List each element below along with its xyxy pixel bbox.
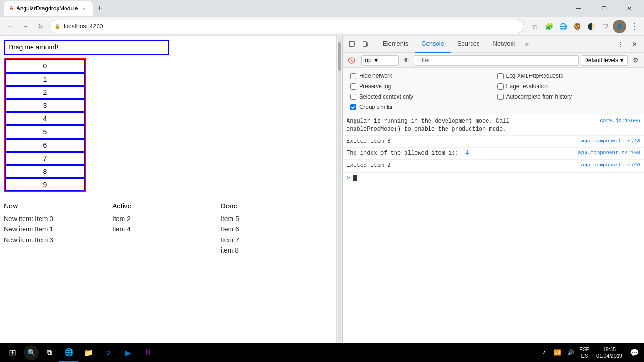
default-levels-button[interactable]: Default levels ▼ [581, 55, 628, 66]
scrollbar[interactable] [337, 36, 342, 343]
tab-elements[interactable]: Elements [376, 36, 415, 53]
devtools-close-button[interactable]: ✕ [628, 38, 641, 51]
autocomplete-checkbox[interactable] [497, 94, 504, 100]
column-item: Item 5 [221, 214, 329, 224]
console-settings-panel: Hide network Log XMLHttpRequests Preserv… [343, 68, 644, 115]
nav-icons: ☆ 🧩 🌐 🦁 🌓 🛡 👤 ⋮ [528, 20, 640, 33]
log-xmlhttp-label: Log XMLHttpRequests [506, 73, 563, 79]
eye-icon-button[interactable]: 👁 [401, 55, 412, 66]
tab-network[interactable]: Network [487, 36, 522, 53]
taskbar-vscode[interactable]: ▶ [119, 343, 138, 362]
column-item: item 8 [221, 245, 329, 255]
scrollbar-track[interactable] [338, 38, 341, 341]
console-separator [359, 57, 359, 64]
active-tab[interactable]: A AngularDragdropModule ✕ [4, 1, 93, 16]
address-bar[interactable]: 🔒 localhost:4200 [49, 20, 524, 33]
tab-console[interactable]: Console [415, 36, 451, 53]
browser-icon2[interactable]: 🦁 [570, 20, 584, 33]
devtools-more-button[interactable]: ⋮ [614, 38, 627, 51]
maximize-button[interactable]: ❐ [593, 0, 615, 17]
tab-close-button[interactable]: ✕ [81, 5, 87, 12]
selected-context-checkbox[interactable] [350, 94, 356, 100]
tab-sources[interactable]: Sources [451, 36, 487, 53]
tray-network-icon[interactable]: 📶 [552, 347, 563, 358]
column-item: New item: Item 0 [4, 214, 112, 224]
taskbar-language[interactable]: ESP ES [578, 346, 592, 360]
tab-favicon: A [9, 5, 14, 12]
taskbar-file-manager[interactable]: 📁 [79, 343, 98, 362]
list-item[interactable]: 1 [5, 73, 85, 86]
devtools-device-button[interactable] [359, 38, 372, 51]
list-item[interactable]: 8 [5, 165, 85, 178]
preserve-log-checkbox[interactable] [350, 83, 356, 90]
taskbar-edge[interactable]: e [99, 343, 118, 362]
source-link[interactable]: core.js:13606 [600, 117, 640, 133]
star-icon[interactable]: ☆ [528, 20, 541, 33]
hide-network-checkbox[interactable] [350, 73, 356, 79]
more-options-button[interactable]: ⋮ [627, 20, 640, 33]
scrollbar-thumb[interactable] [338, 42, 341, 71]
group-similar-label: Group similar [359, 104, 393, 110]
source-link[interactable]: app.component.ts:108 [578, 149, 640, 157]
tray-volume-icon[interactable]: 🔊 [565, 347, 577, 358]
browser-icon1[interactable]: 🌐 [556, 20, 570, 33]
gear-icon-button[interactable]: ⚙ [630, 55, 641, 66]
list-item[interactable]: 2 [5, 86, 85, 99]
more-tabs-button[interactable]: » [522, 36, 532, 52]
preserve-log-label: Preserve log [359, 83, 391, 90]
webpage-content: Drag me around! 0 1 2 3 4 5 6 7 8 9 New … [0, 36, 337, 343]
column-header-done: Done [221, 202, 329, 210]
browser-icon4[interactable]: 🛡 [599, 20, 612, 33]
notification-button[interactable]: 💬 [627, 343, 642, 362]
source-link[interactable]: app.component.ts:98 [581, 162, 640, 170]
close-button[interactable]: ✕ [619, 0, 640, 17]
chevron-down-icon: ▼ [373, 57, 379, 64]
console-entry: The index of the allowed item is: 4 app.… [343, 148, 644, 160]
back-button[interactable]: ← [4, 20, 17, 33]
browser-icon3[interactable]: 🌓 [585, 20, 598, 33]
new-tab-button[interactable]: + [93, 2, 106, 15]
console-message: Exited Item 2 [347, 162, 574, 170]
drag-list[interactable]: 0 1 2 3 4 5 6 7 8 9 [4, 58, 86, 192]
list-item[interactable]: 5 [5, 125, 85, 139]
window-controls: — ❐ ✕ [568, 0, 640, 17]
filter-input[interactable] [414, 55, 579, 66]
console-cursor[interactable] [353, 175, 357, 181]
column-item: New item: Item 1 [4, 224, 112, 234]
taskbar-chrome[interactable]: 🌐 [59, 343, 78, 362]
console-message: Exited item 8 [347, 138, 574, 146]
tray-up-icon[interactable]: ∧ [539, 347, 550, 358]
devtools-close-area: ⋮ ✕ [614, 38, 641, 51]
settings-row-autocomplete: Autocomplete from history [497, 92, 637, 101]
svg-rect-3 [366, 43, 368, 46]
list-item[interactable]: 3 [5, 99, 85, 112]
main-area: Drag me around! 0 1 2 3 4 5 6 7 8 9 New … [0, 36, 644, 343]
search-button[interactable]: 🔍 [24, 345, 39, 360]
eager-eval-checkbox[interactable] [497, 83, 504, 90]
source-link[interactable]: app.component.ts:98 [581, 138, 640, 146]
task-view-button[interactable]: ⧉ [40, 343, 58, 362]
start-button[interactable]: ⊞ [2, 343, 23, 362]
list-item[interactable]: 0 [5, 59, 85, 73]
log-xmlhttp-checkbox[interactable] [497, 73, 504, 79]
list-item[interactable]: 9 [5, 178, 85, 191]
column-header-active: Active [112, 202, 221, 210]
settings-row-group-similar: Group similar [350, 103, 490, 111]
console-clear-button[interactable]: 🚫 [346, 55, 357, 66]
tab-title: AngularDragdropModule [17, 5, 78, 12]
forward-button[interactable]: → [19, 20, 32, 33]
list-item[interactable]: 7 [5, 152, 85, 165]
group-similar-checkbox[interactable] [350, 104, 356, 110]
devtools-inspect-button[interactable] [346, 38, 359, 51]
avatar-button[interactable]: 👤 [613, 20, 626, 33]
extensions-icon[interactable]: 🧩 [542, 20, 555, 33]
list-item[interactable]: 4 [5, 112, 85, 125]
minimize-button[interactable]: — [568, 0, 589, 17]
settings-row-eager-eval: Eager evaluation [497, 82, 637, 90]
context-selector[interactable]: top ▼ [361, 55, 399, 66]
column-item: New item: Item 3 [4, 235, 112, 245]
list-item[interactable]: 6 [5, 139, 85, 152]
taskbar-clock[interactable]: 19:35 01/04/2019 [593, 346, 626, 360]
taskbar-onenote[interactable]: N [139, 343, 157, 362]
refresh-button[interactable]: ↻ [34, 20, 47, 33]
